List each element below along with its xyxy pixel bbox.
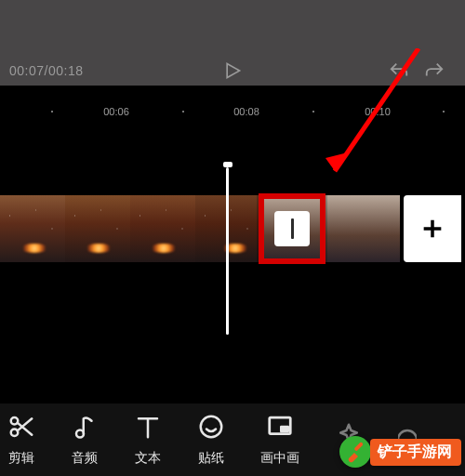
playback-bar: 00:07/00:18 — [0, 48, 465, 93]
ruler-dot — [51, 111, 53, 112]
timeline-clip[interactable] — [65, 195, 130, 262]
transition-button[interactable] — [274, 211, 310, 246]
undo-icon — [389, 60, 409, 81]
svg-marker-2 — [326, 152, 348, 171]
add-clip-button[interactable] — [404, 195, 461, 262]
tool-sticker[interactable]: 贴纸 — [197, 413, 225, 467]
tool-audio[interactable]: 音频 — [71, 413, 99, 467]
ruler-tick: 00:10 — [365, 106, 391, 117]
watermark-logo — [337, 433, 374, 470]
timeline-track[interactable] — [0, 195, 465, 262]
timecode: 00:07/00:18 — [9, 63, 83, 78]
ruler-dot — [443, 111, 445, 112]
undo-button[interactable] — [387, 59, 411, 83]
redo-button[interactable] — [422, 59, 446, 83]
play-icon — [223, 60, 242, 81]
redo-icon — [424, 60, 445, 81]
timeline-ruler: 00:06 00:08 00:10 — [0, 104, 465, 125]
ruler-dot — [182, 111, 184, 112]
plus-icon — [419, 216, 445, 242]
video-editor-screen: 00:07/00:18 00:06 00:08 00:10 — [0, 0, 465, 476]
ruler-dot — [312, 111, 314, 112]
tool-text[interactable]: 文本 — [134, 413, 162, 467]
scissors-icon — [7, 413, 35, 441]
text-icon — [134, 413, 162, 441]
svg-point-6 — [201, 416, 222, 438]
svg-rect-8 — [280, 426, 289, 433]
play-button[interactable] — [221, 60, 244, 82]
sticker-icon — [197, 413, 225, 441]
watermark-badge: 铲子手游网 — [337, 433, 461, 470]
ruler-tick: 00:06 — [103, 106, 129, 117]
tool-cut[interactable]: 剪辑 — [7, 413, 35, 467]
playhead[interactable] — [226, 167, 229, 335]
tool-label: 剪辑 — [8, 450, 34, 467]
tool-label: 画中画 — [260, 450, 299, 467]
tool-label: 文本 — [135, 450, 161, 467]
timeline-clip[interactable] — [0, 195, 65, 262]
svg-point-9 — [339, 436, 371, 468]
pip-icon — [266, 413, 294, 441]
timeline-clip[interactable] — [130, 195, 195, 262]
tool-label: 音频 — [72, 450, 98, 467]
svg-marker-0 — [227, 64, 239, 78]
ruler-tick: 00:08 — [233, 106, 259, 117]
transition-area — [259, 193, 326, 264]
tool-label: 贴纸 — [198, 450, 224, 467]
music-note-icon — [71, 413, 99, 441]
tool-pip[interactable]: 画中画 — [260, 413, 299, 467]
watermark-text: 铲子手游网 — [370, 439, 461, 466]
